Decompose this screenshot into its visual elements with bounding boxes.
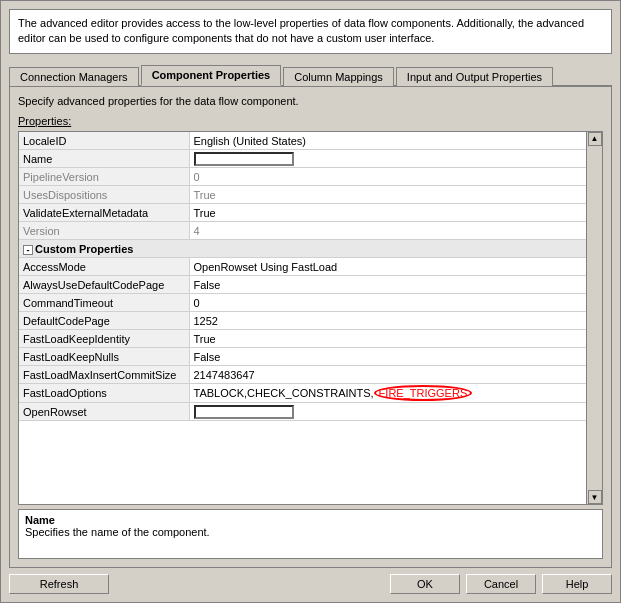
- table-row: AccessModeOpenRowset Using FastLoad: [19, 258, 602, 276]
- tab-column-mappings[interactable]: Column Mappings: [283, 67, 394, 86]
- table-row: Name: [19, 150, 602, 168]
- tab-input-output-properties[interactable]: Input and Output Properties: [396, 67, 553, 86]
- table-row: FastLoadOptionsTABLOCK,CHECK_CONSTRAINTS…: [19, 384, 602, 403]
- scrollbar[interactable]: ▲ ▼: [586, 132, 602, 504]
- info-bar: The advanced editor provides access to t…: [9, 9, 612, 54]
- button-bar: Refresh OK Cancel Help: [1, 568, 620, 602]
- table-row: LocaleIDEnglish (United States): [19, 132, 602, 150]
- name-section-description: Specifies the name of the component.: [25, 526, 596, 538]
- table-row: AlwaysUseDefaultCodePageFalse: [19, 276, 602, 294]
- cancel-button[interactable]: Cancel: [466, 574, 536, 594]
- scroll-up-arrow[interactable]: ▲: [588, 132, 602, 146]
- table-row: OpenRowset: [19, 403, 602, 421]
- tab-description: Specify advanced properties for the data…: [18, 95, 603, 107]
- property-input-name[interactable]: [194, 152, 294, 166]
- table-row: FastLoadKeepIdentityTrue: [19, 330, 602, 348]
- table-row: PipelineVersion0: [19, 168, 602, 186]
- name-section-title: Name: [25, 514, 596, 526]
- scroll-track[interactable]: [587, 146, 602, 490]
- info-bar-text: The advanced editor provides access to t…: [18, 17, 584, 44]
- tab-content: Specify advanced properties for the data…: [9, 87, 612, 568]
- properties-table: LocaleIDEnglish (United States)NamePipel…: [19, 132, 602, 422]
- table-row: UsesDispositionsTrue: [19, 186, 602, 204]
- tab-connection-managers[interactable]: Connection Managers: [9, 67, 139, 86]
- tab-component-properties[interactable]: Component Properties: [141, 65, 282, 86]
- tabs-area: Connection Managers Component Properties…: [9, 62, 612, 568]
- refresh-button[interactable]: Refresh: [9, 574, 109, 594]
- table-row: FastLoadKeepNullsFalse: [19, 348, 602, 366]
- table-row: ValidateExternalMetadataTrue: [19, 204, 602, 222]
- ok-button[interactable]: OK: [390, 574, 460, 594]
- advanced-editor-dialog: The advanced editor provides access to t…: [0, 0, 621, 603]
- table-row: DefaultCodePage1252: [19, 312, 602, 330]
- properties-label: Properties:: [18, 115, 603, 127]
- name-section: Name Specifies the name of the component…: [18, 509, 603, 559]
- table-row: Version4: [19, 222, 602, 240]
- properties-table-wrapper: LocaleIDEnglish (United States)NamePipel…: [18, 131, 603, 505]
- help-button[interactable]: Help: [542, 574, 612, 594]
- scroll-down-arrow[interactable]: ▼: [588, 490, 602, 504]
- fire-triggers-highlight: FIRE_TRIGGERS: [374, 385, 473, 401]
- table-row: FastLoadMaxInsertCommitSize2147483647: [19, 366, 602, 384]
- tab-bar: Connection Managers Component Properties…: [9, 62, 612, 87]
- property-input-openrowset[interactable]: [194, 405, 294, 419]
- table-row: CommandTimeout0: [19, 294, 602, 312]
- table-row: -Custom Properties: [19, 240, 602, 258]
